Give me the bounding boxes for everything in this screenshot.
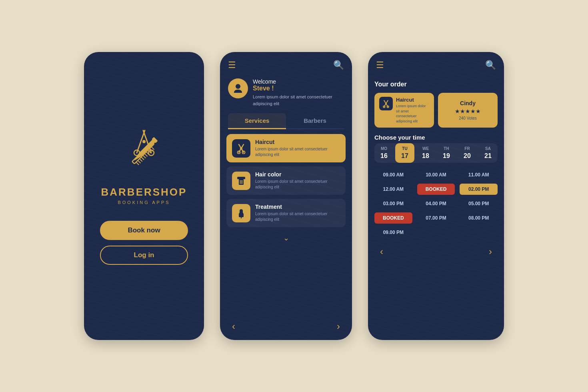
cal-th-name: TH — [444, 146, 449, 151]
slot-0500pm[interactable]: 05.00 PM — [460, 198, 498, 209]
slot-booked-1200pm: BOOKED — [417, 184, 455, 195]
svg-line-3 — [140, 158, 142, 161]
phone-landing: BARBERSHOP BOOKING APPS Book now Log in — [84, 52, 204, 340]
slot-1000am[interactable]: 10.00 AM — [417, 169, 455, 180]
cal-sa-name: SA — [485, 146, 491, 151]
svg-point-16 — [142, 140, 146, 143]
welcome-name: Steve ! — [253, 85, 344, 92]
barber-stars: ★★★★★ — [455, 108, 481, 114]
choose-time-title: Choose your time — [368, 131, 504, 143]
haircolor-desc: Lorem ipsum dolor sit amet consectetuer … — [255, 179, 340, 190]
barber-card[interactable]: Cindy ★★★★★ 240 Votes — [438, 93, 498, 128]
order-title: Your order — [374, 81, 498, 88]
barbershop-logo-icon — [118, 128, 170, 180]
logo-title: BARBERSHOP — [101, 186, 187, 198]
back-arrow[interactable]: ‹ — [232, 321, 235, 332]
order-section: Your order Haircut — [368, 74, 504, 131]
svg-rect-25 — [237, 177, 245, 179]
login-button[interactable]: Log in — [100, 246, 188, 265]
svg-line-2 — [138, 160, 140, 163]
haircut-desc: Lorem ipsum dolor sit amet consectetuer … — [255, 146, 340, 158]
avatar — [228, 78, 248, 98]
tab-barbers[interactable]: Barbers — [286, 113, 344, 129]
forward-arrow[interactable]: › — [337, 321, 340, 332]
slot-0400pm[interactable]: 04.00 PM — [417, 198, 455, 209]
cal-fr-name: FR — [464, 146, 470, 151]
cal-th-num: 19 — [443, 152, 450, 160]
phone-services: ☰ 🔍 Welcome Steve ! Lorem ipsum dolor si… — [220, 52, 352, 340]
services-list: Haircut Lorem ipsum dolor sit amet conse… — [220, 129, 352, 315]
welcome-greeting: Welcome — [253, 78, 344, 85]
service-item-haircolor[interactable]: Hair color Lorem ipsum dolor sit amet co… — [226, 166, 346, 195]
cal-fr-num: 20 — [464, 152, 471, 160]
slot-1100am[interactable]: 11.00 AM — [460, 169, 498, 180]
calendar-days: MO 16 TU 17 WE 18 TH 19 FR 20 — [374, 143, 498, 163]
cal-day-tu[interactable]: TU 17 — [395, 143, 414, 163]
search-icon[interactable]: 🔍 — [333, 60, 344, 70]
svg-line-1 — [136, 162, 139, 165]
logo-area: BARBERSHOP BOOKING APPS Book now Log in — [84, 52, 204, 340]
order-haircut-card[interactable]: Haircut Lorem ipsum dolor sit amet conse… — [374, 93, 434, 128]
barber-name: Cindy — [460, 100, 476, 106]
svg-line-6 — [144, 154, 147, 156]
treatment-name: Treatment — [255, 204, 340, 210]
slot-0900pm[interactable]: 09.00 PM — [374, 227, 412, 238]
svg-point-22 — [240, 147, 242, 150]
slot-0700pm[interactable]: 07.00 PM — [417, 212, 455, 224]
treatment-desc: Lorem ipsum dolor sit amet consectetuer … — [255, 211, 340, 222]
treatment-info: Treatment Lorem ipsum dolor sit amet con… — [255, 204, 340, 222]
haircolor-icon-box — [232, 172, 250, 190]
slot-booked-0600pm: BOOKED — [374, 212, 412, 224]
cal-day-mo[interactable]: MO 16 — [374, 143, 394, 163]
scroll-down-indicator: ⌄ — [226, 231, 346, 245]
haircolor-info: Hair color Lorem ipsum dolor sit amet co… — [255, 171, 340, 190]
svg-point-19 — [236, 84, 240, 89]
slot-0300pm[interactable]: 03.00 PM — [374, 198, 412, 209]
back-arrow-p3[interactable]: ‹ — [380, 246, 383, 257]
order-cards: Haircut Lorem ipsum dolor sit amet conse… — [374, 93, 498, 128]
tab-services[interactable]: Services — [228, 113, 286, 129]
cal-day-th[interactable]: TH 19 — [437, 143, 456, 163]
phone-booking: ☰ 🔍 Your order — [368, 52, 504, 340]
order-haircut-icon — [379, 97, 393, 110]
cal-we-num: 18 — [422, 152, 429, 160]
cal-day-we[interactable]: WE 18 — [416, 143, 435, 163]
search-icon-p3[interactable]: 🔍 — [485, 60, 496, 70]
time-slots-grid: 09.00 AM 10.00 AM 11.00 AM 12.00 AM BOOK… — [368, 167, 504, 240]
cal-day-sa[interactable]: SA 21 — [478, 143, 498, 163]
svg-line-5 — [143, 155, 146, 158]
order-haircut-info: Haircut Lorem ipsum dolor sit amet conse… — [396, 97, 429, 124]
slot-0800pm[interactable]: 08.00 PM — [460, 212, 498, 224]
welcome-text: Welcome Steve ! Lorem ipsum dolor sit am… — [253, 78, 344, 107]
cal-mo-name: MO — [381, 146, 387, 151]
svg-point-33 — [239, 212, 243, 214]
phone3-header: ☰ 🔍 — [368, 52, 504, 74]
menu-icon[interactable]: ☰ — [228, 60, 236, 70]
services-tabs: Services Barbers — [228, 113, 344, 129]
slot-0900am[interactable]: 09.00 AM — [374, 169, 412, 180]
logo-subtitle: BOOKING APPS — [118, 200, 170, 205]
svg-line-4 — [141, 157, 144, 160]
service-item-treatment[interactable]: Treatment Lorem ipsum dolor sit amet con… — [226, 199, 346, 227]
cal-we-name: WE — [422, 146, 429, 151]
slot-1200am[interactable]: 12.00 AM — [374, 184, 412, 195]
haircolor-name: Hair color — [255, 171, 340, 178]
haircut-name: Haircut — [255, 139, 340, 145]
cal-mo-num: 16 — [380, 152, 388, 160]
cal-tu-num: 17 — [401, 152, 408, 160]
menu-icon-p3[interactable]: ☰ — [376, 60, 384, 70]
calendar-section: MO 16 TU 17 WE 18 TH 19 FR 20 — [368, 143, 504, 167]
forward-arrow-p3[interactable]: › — [489, 246, 492, 257]
phone2-header: ☰ 🔍 — [220, 52, 352, 74]
cal-day-fr[interactable]: FR 20 — [458, 143, 477, 163]
svg-point-36 — [385, 103, 387, 104]
svg-line-10 — [151, 147, 154, 150]
service-item-haircut[interactable]: Haircut Lorem ipsum dolor sit amet conse… — [226, 134, 346, 162]
order-haircut-title: Haircut — [396, 97, 429, 103]
book-now-button[interactable]: Book now — [100, 221, 188, 240]
barber-votes: 240 Votes — [459, 116, 476, 120]
welcome-section: Welcome Steve ! Lorem ipsum dolor sit am… — [220, 74, 352, 113]
haircut-info: Haircut Lorem ipsum dolor sit amet conse… — [255, 139, 340, 158]
phone3-bottom-nav: ‹ › — [368, 240, 504, 265]
slot-0200pm[interactable]: 02.00 PM — [460, 184, 498, 195]
